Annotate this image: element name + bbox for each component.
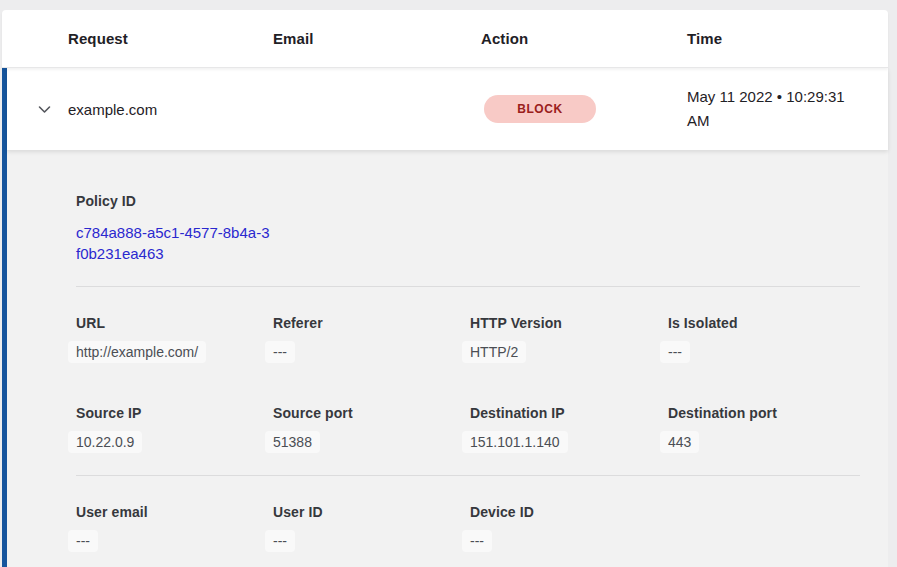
field-label: Is Isolated: [668, 315, 870, 331]
field-label: User ID: [273, 504, 470, 520]
policy-id-label: Policy ID: [76, 193, 870, 209]
detail-cell-device-id: Device ID ---: [470, 504, 668, 552]
detail-cell-destination-ip: Destination IP 151.101.1.140: [470, 405, 668, 453]
policy-id-link[interactable]: c784a888-a5c1-4577-8b4a-3f0b231ea463: [76, 222, 272, 264]
field-value: ---: [68, 530, 98, 552]
column-header-email: Email: [273, 30, 481, 47]
field-value: http://example.com/: [68, 341, 206, 363]
chevron-down-icon: [36, 101, 53, 118]
table-header-row: Request Email Action Time: [2, 10, 888, 68]
field-value: ---: [265, 530, 295, 552]
field-value: ---: [660, 341, 690, 363]
detail-field-row: URL http://example.com/ Referer --- HTTP…: [76, 315, 870, 363]
block-status-badge: BLOCK: [484, 95, 596, 123]
expand-toggle[interactable]: [7, 101, 68, 118]
field-label: HTTP Version: [470, 315, 668, 331]
field-label: Referer: [273, 315, 470, 331]
row-action-cell: BLOCK: [481, 95, 687, 123]
detail-cell-destination-port: Destination port 443: [668, 405, 870, 453]
row-detail-panel: Policy ID c784a888-a5c1-4577-8b4a-3f0b23…: [7, 150, 888, 567]
expanded-row-group: example.com BLOCK May 11 2022 • 10:29:31…: [2, 68, 888, 567]
log-table-card: Request Email Action Time example.com BL…: [2, 10, 888, 567]
field-label: Device ID: [470, 504, 668, 520]
field-value: HTTP/2: [462, 341, 526, 363]
column-header-time: Time: [687, 30, 888, 47]
column-header-request: Request: [68, 30, 273, 47]
detail-cell-url: URL http://example.com/: [76, 315, 273, 363]
field-label: Destination port: [668, 405, 870, 421]
field-label: Destination IP: [470, 405, 668, 421]
field-value: ---: [265, 341, 295, 363]
detail-cell-source-ip: Source IP 10.22.0.9: [76, 405, 273, 453]
detail-cell-empty: [668, 504, 870, 552]
detail-field-row: User email --- User ID --- Device ID ---: [76, 504, 870, 552]
field-label: User email: [76, 504, 273, 520]
field-label: Source IP: [76, 405, 273, 421]
field-value: 10.22.0.9: [68, 431, 142, 453]
field-value: 443: [660, 431, 699, 453]
field-value: 151.101.1.140: [462, 431, 568, 453]
detail-field-row: Source IP 10.22.0.9 Source port 51388 De…: [76, 405, 870, 453]
column-header-action: Action: [481, 30, 687, 47]
detail-cell-http-version: HTTP Version HTTP/2: [470, 315, 668, 363]
detail-cell-user-email: User email ---: [76, 504, 273, 552]
field-label: URL: [76, 315, 273, 331]
row-request-value: example.com: [68, 101, 273, 118]
field-value: 51388: [265, 431, 320, 453]
detail-cell-referer: Referer ---: [273, 315, 470, 363]
policy-section: Policy ID c784a888-a5c1-4577-8b4a-3f0b23…: [76, 193, 870, 264]
section-divider: [76, 286, 860, 287]
section-divider: [76, 475, 860, 476]
table-row[interactable]: example.com BLOCK May 11 2022 • 10:29:31…: [7, 68, 888, 150]
detail-cell-source-port: Source port 51388: [273, 405, 470, 453]
field-label: Source port: [273, 405, 470, 421]
detail-cell-is-isolated: Is Isolated ---: [668, 315, 870, 363]
row-time-value: May 11 2022 • 10:29:31 AM: [687, 85, 883, 133]
field-value: ---: [462, 530, 492, 552]
detail-cell-user-id: User ID ---: [273, 504, 470, 552]
